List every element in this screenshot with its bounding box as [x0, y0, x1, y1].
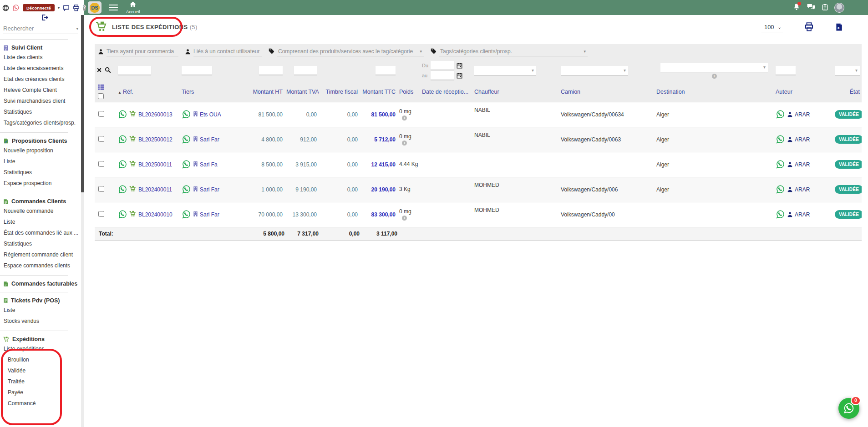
- sidebar-item[interactable]: Liste des clients: [0, 52, 81, 63]
- sidebar-item[interactable]: Relevé Compte Client: [0, 85, 81, 95]
- tiers-link[interactable]: Sarl Far: [200, 186, 219, 193]
- whatsapp-icon[interactable]: [182, 185, 191, 194]
- calendar-icon[interactable]: [457, 63, 462, 69]
- sidebar-scrollbar[interactable]: [81, 15, 84, 427]
- sidebar-section-propositions-clients[interactable]: Propositions Clients: [0, 137, 81, 145]
- sidebar-item[interactable]: Réglement commande client: [0, 249, 81, 260]
- row-checkbox[interactable]: [98, 136, 104, 142]
- auteur-link[interactable]: ARAR: [795, 111, 810, 118]
- shipment-ref-link[interactable]: BL202500011: [138, 161, 172, 168]
- sidebar-search[interactable]: ▾: [3, 25, 78, 34]
- clear-filters-icon[interactable]: [96, 67, 102, 74]
- tiers-link[interactable]: Sarl Far: [200, 136, 219, 143]
- logout-icon[interactable]: [41, 14, 48, 22]
- help-icon[interactable]: [83, 5, 86, 11]
- column-header-poids[interactable]: Poids: [397, 82, 420, 102]
- shipment-ref-link[interactable]: BL202500012: [138, 136, 173, 143]
- sidebar-item[interactable]: Liste: [0, 216, 81, 227]
- info-icon[interactable]: [402, 216, 407, 221]
- tva-filter-input[interactable]: [294, 66, 317, 75]
- whatsapp-icon[interactable]: [776, 160, 785, 169]
- globe-icon[interactable]: [2, 5, 9, 11]
- contact-filter-input[interactable]: [193, 47, 262, 56]
- sidebar-item[interactable]: Espace commandes clients: [0, 260, 81, 271]
- column-header-montant-tva[interactable]: Montant TVA: [284, 82, 319, 102]
- sidebar-item[interactable]: Traitée: [0, 376, 81, 387]
- sidebar-item[interactable]: Payée: [0, 387, 81, 398]
- date-from-input[interactable]: [431, 61, 454, 70]
- whatsapp-icon[interactable]: [118, 160, 127, 169]
- column-header-timbre-fiscal[interactable]: Timbre fiscal: [319, 82, 360, 102]
- destination-filter-select[interactable]: [660, 63, 768, 72]
- sidebar-item[interactable]: Etat des créances clients: [0, 74, 81, 85]
- hamburger-menu-icon[interactable]: [109, 3, 118, 12]
- sidebar-item[interactable]: Statistiques: [0, 106, 81, 117]
- column-header-camion[interactable]: Camion: [559, 82, 655, 102]
- ref-filter-input[interactable]: [118, 66, 151, 75]
- column-header-auteur[interactable]: Auteur: [774, 82, 833, 102]
- sidebar-item[interactable]: Stocks vendus: [0, 316, 81, 327]
- column-header-chauffeur[interactable]: Chauffeur: [472, 82, 559, 102]
- sidebar-item[interactable]: Liste des encaissements: [0, 63, 81, 74]
- chat-bubble-icon[interactable]: [63, 5, 70, 11]
- column-header-montant-ht[interactable]: Montant HT: [232, 82, 284, 102]
- sidebar-section-exp-ditions[interactable]: Expéditions: [0, 335, 81, 343]
- sidebar-item[interactable]: Liste expéditions: [0, 343, 81, 354]
- connection-status-badge[interactable]: Déconnecté: [23, 4, 55, 11]
- whatsapp-icon[interactable]: [182, 160, 191, 169]
- tiers-link[interactable]: Sarl Far: [200, 211, 219, 218]
- commercial-filter-input[interactable]: [107, 47, 178, 56]
- select-all-checkbox[interactable]: [98, 93, 104, 99]
- page-size-select[interactable]: 100⌄: [761, 23, 783, 32]
- row-checkbox[interactable]: [98, 161, 104, 167]
- whatsapp-icon[interactable]: [118, 110, 127, 119]
- date-to-input[interactable]: [431, 71, 454, 80]
- column-header-tiers[interactable]: Tiers: [180, 82, 232, 102]
- auteur-filter-input[interactable]: [776, 66, 796, 75]
- messages-icon[interactable]: [807, 4, 816, 12]
- scrollbar-thumb[interactable]: [81, 15, 84, 192]
- whatsapp-icon[interactable]: [118, 185, 127, 194]
- whatsapp-float-button[interactable]: 0: [838, 398, 859, 419]
- sidebar-item[interactable]: Liste: [0, 156, 81, 167]
- sidebar-item[interactable]: Statistiques: [0, 238, 81, 249]
- auteur-link[interactable]: ARAR: [795, 161, 810, 168]
- search-filters-icon[interactable]: [105, 67, 111, 75]
- shipment-ref-link[interactable]: BL202400010: [138, 211, 173, 218]
- sidebar-item[interactable]: Nouvelle commande: [0, 206, 81, 216]
- ttc-filter-input[interactable]: [376, 66, 396, 75]
- camion-filter-select[interactable]: [561, 66, 628, 75]
- column-header-etat[interactable]: État: [833, 82, 862, 102]
- row-checkbox[interactable]: [98, 186, 104, 192]
- whatsapp-icon[interactable]: [118, 135, 127, 144]
- excel-export-icon[interactable]: x: [835, 23, 843, 33]
- client-tag-filter-select[interactable]: Tags/catégories clients/prosp.▾: [439, 47, 588, 56]
- column-header-destination[interactable]: Destination: [655, 82, 774, 102]
- product-tag-filter-select[interactable]: Comprenant des produits/services avec le…: [277, 47, 424, 56]
- sidebar-item[interactable]: Liste: [0, 305, 81, 316]
- sidebar-item[interactable]: Tags/catégories clients/prosp.: [0, 117, 81, 128]
- whatsapp-icon[interactable]: [182, 135, 191, 144]
- calendar-icon[interactable]: [457, 73, 462, 79]
- shipment-ref-link[interactable]: BL202400011: [138, 186, 172, 193]
- whatsapp-icon[interactable]: [776, 185, 785, 194]
- sidebar-item[interactable]: Commancé: [0, 398, 81, 409]
- ht-filter-input[interactable]: [259, 66, 283, 75]
- column-header-date-reception[interactable]: Date de réceptio...: [420, 82, 472, 102]
- sidebar-item[interactable]: État des commandes lié aux ...: [0, 227, 81, 238]
- status-caret-icon[interactable]: ▾: [58, 5, 60, 10]
- column-header-montant-ttc[interactable]: Montant TTC: [360, 82, 397, 102]
- sidebar-item[interactable]: Statistiques: [0, 167, 81, 178]
- tiers-link[interactable]: Sarl Fa: [200, 161, 218, 168]
- sidebar-section-tickets-pdv-pos-[interactable]: Tickets Pdv (POS): [0, 296, 81, 305]
- tiers-link[interactable]: Ets OUA: [200, 111, 221, 118]
- print-list-icon[interactable]: [804, 22, 814, 33]
- sidebar-item[interactable]: Validée: [0, 365, 81, 376]
- auteur-link[interactable]: ARAR: [795, 186, 810, 193]
- search-input[interactable]: [3, 25, 58, 32]
- auteur-link[interactable]: ARAR: [795, 136, 810, 143]
- row-checkbox[interactable]: [98, 211, 104, 217]
- sidebar-item[interactable]: Espace prospection: [0, 178, 81, 189]
- sidebar-section-commandes-clients[interactable]: Commandes Clients: [0, 197, 81, 206]
- columns-selector-icon[interactable]: [98, 84, 105, 91]
